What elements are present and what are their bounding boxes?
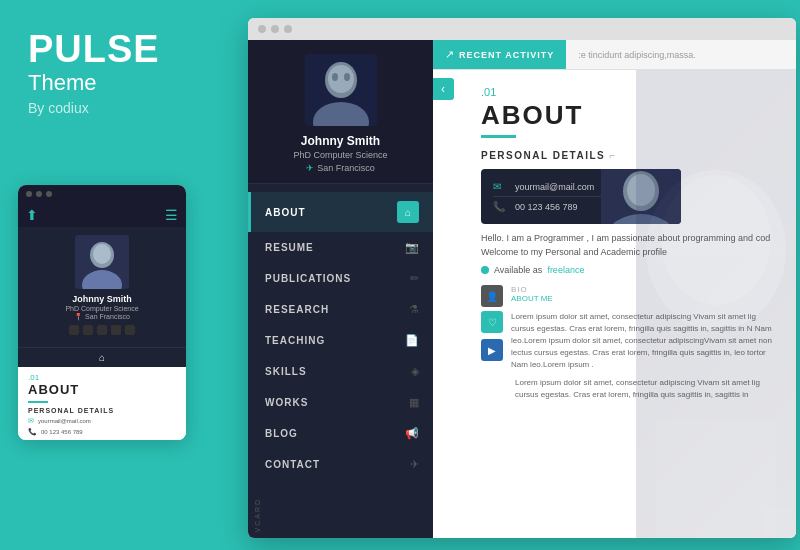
mobile-phone: 00 123 456 789 — [41, 429, 83, 435]
activity-icon: ↗ — [445, 48, 454, 61]
brand-title: PULSE — [28, 30, 220, 68]
nav-label-skills: SKILLS — [265, 366, 307, 377]
send-icon: ✈ — [410, 458, 419, 471]
mobile-pd-label: PERSONAL DETAILS — [28, 407, 176, 414]
sidebar-location: ✈ San Francisco — [258, 163, 423, 173]
sidebar-nav: ABOUT ⌂ RESUME 📷 PUBLICATIONS ✏ RESEARCH… — [248, 184, 433, 488]
flask-icon: ⚗ — [409, 303, 419, 316]
main-body: ‹ .01 ABOUT PERSONAL DETAILS ✉ yourmail@… — [433, 70, 796, 538]
phone-icon: 📞 — [493, 201, 507, 212]
back-button[interactable]: ‹ — [433, 78, 454, 100]
bio-person-icon: 👤 — [481, 285, 503, 307]
home-icon-active: ⌂ — [397, 201, 419, 223]
nav-label-about: ABOUT — [265, 207, 306, 218]
social-icon-fb — [69, 325, 79, 335]
nav-item-teaching[interactable]: TEACHING 📄 — [248, 325, 433, 356]
sidebar-bottom: ACADEMIC PERSONAL VCARD — [248, 488, 433, 538]
phone-icon-small: 📞 — [28, 428, 37, 436]
header-preview-text: :e tincidunt adipiscing,massa. — [566, 50, 708, 60]
svg-rect-17 — [656, 420, 776, 538]
vcard-label: ACADEMIC PERSONAL VCARD — [248, 488, 267, 538]
back-arrow-icon: ‹ — [441, 82, 445, 96]
nav-label-works: WORKS — [265, 397, 308, 408]
recent-activity-tab[interactable]: ↗ RECENT ACTIVITY — [433, 40, 566, 69]
freelance-link: freelance — [547, 265, 584, 275]
nav-item-works[interactable]: WORKS ▦ — [248, 387, 433, 418]
envelope-icon: ✉ — [493, 181, 507, 192]
nav-label-teaching: TEACHING — [265, 335, 325, 346]
mobile-email-row: ✉ yourmail@mail.com — [28, 417, 176, 425]
megaphone-icon: 📢 — [405, 427, 419, 440]
sidebar: Johnny Smith PhD Computer Science ✈ San … — [248, 40, 433, 538]
sidebar-avatar — [305, 54, 377, 126]
mobile-preview: ⬆ ☰ Johnny Smith PhD Computer Science 📍 … — [18, 185, 186, 440]
desktop-content: Johnny Smith PhD Computer Science ✈ San … — [248, 40, 796, 538]
mobile-social-row — [18, 325, 186, 341]
nav-item-publications[interactable]: PUBLICATIONS ✏ — [248, 263, 433, 294]
browser-dot-3 — [46, 191, 52, 197]
mobile-degree: PhD Computer Science — [18, 305, 186, 312]
desktop-preview: Johnny Smith PhD Computer Science ✈ San … — [248, 18, 796, 538]
brand-subtitle: Theme — [28, 70, 220, 96]
mobile-section-divider — [28, 401, 48, 403]
bio-teal-icon[interactable]: ♡ — [481, 311, 503, 333]
sidebar-profile: Johnny Smith PhD Computer Science ✈ San … — [248, 40, 433, 184]
sidebar-name: Johnny Smith — [258, 134, 423, 148]
phone-text: 00 123 456 789 — [515, 202, 578, 212]
mobile-phone-row: 📞 00 123 456 789 — [28, 428, 176, 436]
nav-item-resume[interactable]: RESUME 📷 — [248, 232, 433, 263]
home-icon: ⌂ — [99, 352, 105, 363]
sidebar-degree: PhD Computer Science — [258, 150, 423, 160]
mobile-location: 📍 San Francisco — [18, 313, 186, 321]
envelope-icon-small: ✉ — [28, 417, 34, 425]
mobile-section-title: ABOUT — [28, 382, 176, 397]
brand-author: By codiux — [28, 100, 220, 116]
social-icon-li — [125, 325, 135, 335]
nav-item-research[interactable]: RESEARCH ⚗ — [248, 294, 433, 325]
email-text: yourmail@mail.com — [515, 182, 594, 192]
pencil-icon: ✏ — [410, 272, 419, 285]
location-icon: ✈ — [306, 163, 314, 173]
social-icon-yt — [111, 325, 121, 335]
mobile-nav-bar: ⬆ ☰ — [18, 203, 186, 227]
doc-icon: 📄 — [405, 334, 419, 347]
nav-item-about[interactable]: ABOUT ⌂ — [248, 192, 433, 232]
nav-label-blog: BLOG — [265, 428, 298, 439]
social-icon-tw — [83, 325, 93, 335]
svg-point-9 — [344, 73, 350, 81]
main-header: ↗ RECENT ACTIVITY :e tincidunt adipiscin… — [433, 40, 796, 70]
nav-label-contact: CONTACT — [265, 459, 320, 470]
mobile-home-button[interactable]: ⌂ — [18, 347, 186, 367]
mobile-avatar — [75, 235, 129, 289]
freelance-status: Available as — [494, 265, 542, 275]
browser-chrome — [248, 18, 796, 40]
nav-label-publications: PUBLICATIONS — [265, 273, 351, 284]
main-content: ↗ RECENT ACTIVITY :e tincidunt adipiscin… — [433, 40, 796, 538]
mobile-browser-chrome — [18, 185, 186, 203]
svg-point-7 — [328, 65, 354, 93]
nav-label-research: RESEARCH — [265, 304, 329, 315]
bio-actions-col: ♡ ▶ — [481, 311, 503, 371]
social-icon-gp — [97, 325, 107, 335]
recent-activity-label: RECENT ACTIVITY — [459, 50, 554, 60]
freelance-dot — [481, 266, 489, 274]
branding-panel: PULSE Theme By codiux ⬆ ☰ Johnny Smith P… — [0, 0, 248, 550]
browser-dot-2 — [36, 191, 42, 197]
chrome-dot-3 — [284, 25, 292, 33]
mobile-avatar-area: Johnny Smith PhD Computer Science 📍 San … — [18, 227, 186, 347]
nav-item-skills[interactable]: SKILLS ◈ — [248, 356, 433, 387]
mobile-email: yourmail@mail.com — [38, 418, 91, 424]
browser-dot-1 — [26, 191, 32, 197]
chrome-dot-2 — [271, 25, 279, 33]
nav-item-blog[interactable]: BLOG 📢 — [248, 418, 433, 449]
hamburger-icon: ☰ — [165, 207, 178, 223]
diamond-icon: ◈ — [411, 365, 419, 378]
nav-label-resume: RESUME — [265, 242, 314, 253]
svg-point-16 — [661, 175, 771, 305]
nav-item-contact[interactable]: CONTACT ✈ — [248, 449, 433, 480]
background-decoration — [636, 70, 796, 538]
mobile-nav-icon: ⬆ — [26, 207, 38, 223]
bio-blue-icon[interactable]: ▶ — [481, 339, 503, 361]
section-underline — [481, 135, 516, 138]
grid-icon: ▦ — [409, 396, 419, 409]
